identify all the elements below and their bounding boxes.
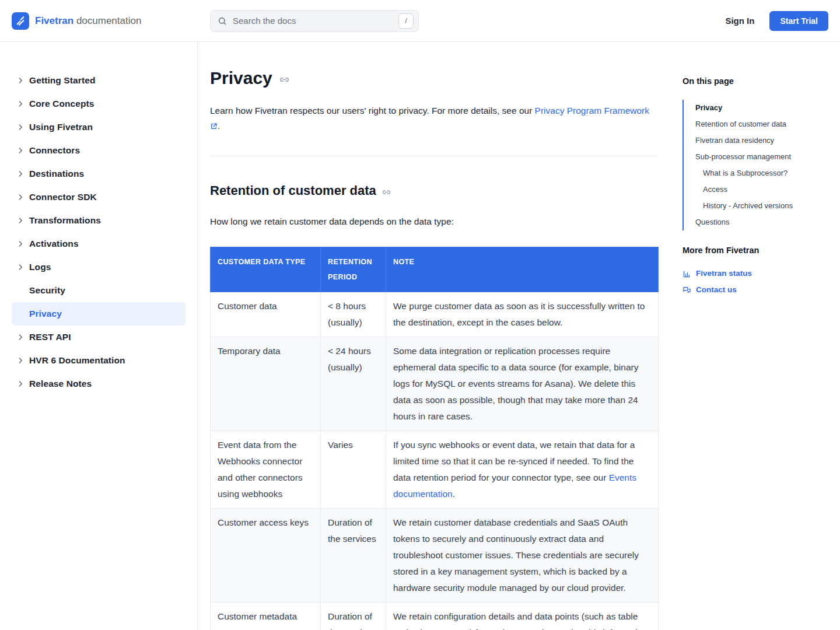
- chevron-right-icon: [16, 99, 26, 108]
- cell-note: We purge customer data as soon as it is …: [386, 292, 659, 337]
- main-content: Privacy Learn how Fivetran respects our …: [198, 42, 658, 630]
- table-row: Customer access keys Duration of the ser…: [211, 509, 659, 603]
- external-link-icon: [210, 120, 218, 135]
- brand-name: Fivetran: [35, 15, 74, 26]
- toc-item-retention-of-customer-data[interactable]: Retention of customer data: [695, 116, 828, 132]
- sign-in-link[interactable]: Sign In: [725, 16, 754, 26]
- chevron-right-icon: [16, 332, 26, 342]
- bar-chart-icon: [682, 270, 691, 278]
- table-row: Customer metadata Duration of the servic…: [211, 603, 659, 630]
- chevron-right-icon: [16, 123, 26, 132]
- cell-data-type: Customer metadata: [211, 603, 321, 630]
- search-box[interactable]: /: [210, 10, 419, 32]
- start-trial-button[interactable]: Start Trial: [769, 11, 828, 31]
- fivetran-logo-icon: [12, 12, 29, 30]
- section-divider: [210, 156, 658, 156]
- toc-title: On this page: [682, 76, 828, 86]
- sidebar-item-release-notes[interactable]: Release Notes: [12, 372, 186, 396]
- chevron-right-icon: [16, 379, 26, 388]
- col-header-customer-data-type: CUSTOMER DATA TYPE: [211, 247, 321, 292]
- chevron-right-icon: [16, 192, 26, 202]
- search-input[interactable]: [227, 16, 398, 26]
- chat-icon: [682, 286, 691, 295]
- contact-us-link[interactable]: Contact us: [682, 282, 828, 298]
- sidebar-item-hvr6-documentation[interactable]: HVR 6 Documentation: [12, 349, 186, 372]
- section-lead: How long we retain customer data depends…: [210, 215, 658, 229]
- sidebar-item-destinations[interactable]: Destinations: [12, 162, 186, 186]
- intro-paragraph: Learn how Fivetran respects our users' r…: [210, 103, 658, 135]
- sidebar-item-getting-started[interactable]: Getting Started: [12, 69, 186, 92]
- cell-retention-period: Duration of the services: [321, 603, 386, 630]
- on-this-page-panel: On this page Privacy Retention of custom…: [682, 42, 828, 630]
- chevron-placeholder: [16, 309, 26, 318]
- sidebar-item-transformations[interactable]: Transformations: [12, 209, 186, 232]
- link-anchor-icon[interactable]: [279, 75, 289, 85]
- cell-note: We retain configuration details and data…: [386, 603, 659, 630]
- cell-retention-period: < 24 hours (usually): [321, 337, 386, 431]
- toc-item-questions[interactable]: Questions: [695, 214, 828, 230]
- chevron-right-icon: [16, 169, 26, 178]
- cell-retention-period: Duration of the services: [321, 509, 386, 603]
- brand-suffix: documentation: [76, 15, 142, 26]
- cell-data-type: Event data from the Webhooks connector a…: [211, 431, 321, 509]
- toc-item-privacy[interactable]: Privacy: [695, 100, 828, 116]
- more-from-fivetran: More from Fivetran Fivetran status Conta…: [682, 246, 828, 298]
- cell-note: Some data integration or replication pro…: [386, 337, 659, 431]
- sidebar-item-logs[interactable]: Logs: [12, 256, 186, 279]
- toc-item-sub-processor-management[interactable]: Sub-processor management: [695, 149, 828, 165]
- sidebar-item-privacy[interactable]: Privacy: [12, 302, 186, 326]
- brand-title: Fivetran documentation: [35, 15, 141, 27]
- chevron-right-icon: [16, 76, 26, 85]
- toc-item-history-archived-versions[interactable]: History - Archived versions: [695, 198, 828, 214]
- cell-note: If you sync webhooks or event data, we r…: [386, 431, 659, 509]
- table-row: Temporary data < 24 hours (usually) Some…: [211, 337, 659, 431]
- toc-item-what-is-a-subprocessor[interactable]: What is a Subprocessor?: [695, 165, 828, 181]
- table-row: Customer data < 8 hours (usually) We pur…: [211, 292, 659, 337]
- sidebar-item-connector-sdk[interactable]: Connector SDK: [12, 186, 186, 209]
- toc-item-fivetran-data-residency[interactable]: Fivetran data residency: [695, 132, 828, 149]
- table-header-row: CUSTOMER DATA TYPE RETENTION PERIOD NOTE: [211, 247, 659, 292]
- top-header: Fivetran documentation / Sign In Start T…: [0, 0, 840, 42]
- chevron-right-icon: [16, 356, 26, 365]
- toc-list: Privacy Retention of customer data Fivet…: [682, 100, 828, 230]
- cell-note: We retain customer database credentials …: [386, 509, 659, 603]
- col-header-note: NOTE: [386, 247, 659, 292]
- sidebar-item-using-fivetran[interactable]: Using Fivetran: [12, 116, 186, 139]
- chevron-right-icon: [16, 262, 26, 272]
- sidebar-item-core-concepts[interactable]: Core Concepts: [12, 92, 186, 116]
- col-header-retention-period: RETENTION PERIOD: [321, 247, 386, 292]
- sidebar-item-rest-api[interactable]: REST API: [12, 326, 186, 349]
- toc-item-access[interactable]: Access: [695, 181, 828, 198]
- cell-data-type: Temporary data: [211, 337, 321, 431]
- sidebar-nav: Getting Started Core Concepts Using Five…: [0, 42, 198, 630]
- table-row: Event data from the Webhooks connector a…: [211, 431, 659, 509]
- chevron-right-icon: [16, 239, 26, 249]
- brand[interactable]: Fivetran documentation: [12, 12, 210, 30]
- chevron-placeholder: [16, 286, 26, 295]
- link-anchor-icon[interactable]: [382, 188, 391, 197]
- chevron-right-icon: [16, 146, 26, 155]
- page-title: Privacy: [210, 68, 658, 88]
- retention-table: CUSTOMER DATA TYPE RETENTION PERIOD NOTE…: [210, 247, 659, 630]
- section-title-retention: Retention of customer data: [210, 183, 658, 198]
- search-icon: [218, 16, 227, 26]
- cell-data-type: Customer data: [211, 292, 321, 337]
- cell-data-type: Customer access keys: [211, 509, 321, 603]
- chevron-right-icon: [16, 216, 26, 225]
- fivetran-status-link[interactable]: Fivetran status: [682, 265, 828, 282]
- sidebar-item-activations[interactable]: Activations: [12, 232, 186, 256]
- cell-retention-period: Varies: [321, 431, 386, 509]
- search-shortcut-key: /: [398, 13, 414, 29]
- sidebar-item-connectors[interactable]: Connectors: [12, 139, 186, 162]
- cell-retention-period: < 8 hours (usually): [321, 292, 386, 337]
- sidebar-item-security[interactable]: Security: [12, 279, 186, 302]
- privacy-program-framework-link[interactable]: Privacy Program Framework: [535, 106, 649, 116]
- more-title: More from Fivetran: [682, 246, 828, 255]
